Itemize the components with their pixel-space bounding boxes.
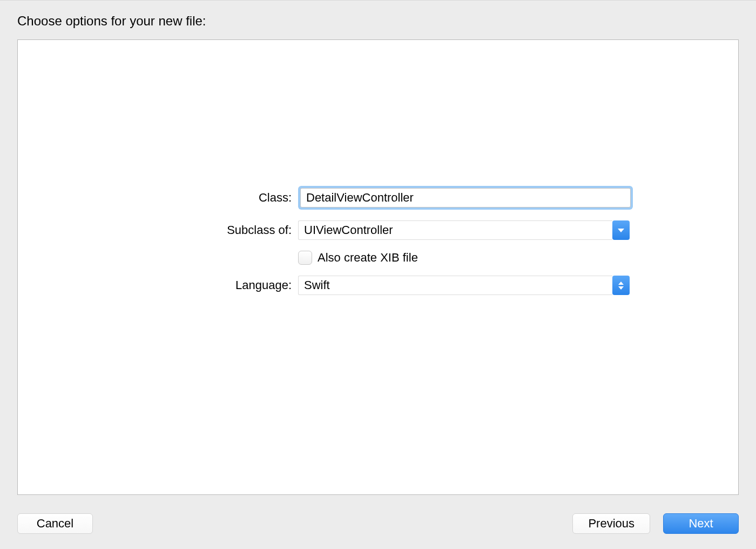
cancel-button[interactable]: Cancel bbox=[17, 513, 93, 534]
previous-button[interactable]: Previous bbox=[572, 513, 650, 534]
chevron-down-icon bbox=[618, 229, 624, 232]
class-input[interactable] bbox=[300, 188, 631, 207]
language-label: Language: bbox=[103, 278, 292, 292]
next-button[interactable]: Next bbox=[663, 513, 739, 534]
xib-row: Also create XIB file bbox=[298, 251, 653, 265]
dialog-title: Choose options for your new file: bbox=[17, 14, 739, 29]
subclass-input[interactable] bbox=[298, 220, 612, 240]
options-panel: Class: Subclass of: Also create XIB file bbox=[17, 39, 739, 495]
options-form: Class: Subclass of: Also create XIB file bbox=[103, 186, 653, 295]
class-input-focus-ring bbox=[298, 186, 633, 210]
xib-label: Also create XIB file bbox=[318, 251, 418, 265]
subclass-combobox bbox=[298, 220, 630, 240]
subclass-label: Subclass of: bbox=[103, 223, 292, 237]
chevron-down-icon bbox=[618, 286, 624, 290]
subclass-row: Subclass of: bbox=[103, 220, 653, 240]
class-label: Class: bbox=[103, 191, 292, 205]
dialog-footer: Cancel Previous Next bbox=[17, 513, 739, 534]
language-row: Language: Swift bbox=[103, 276, 653, 295]
subclass-dropdown-button[interactable] bbox=[612, 220, 630, 240]
class-row: Class: bbox=[103, 186, 653, 210]
xib-checkbox[interactable] bbox=[298, 251, 312, 265]
language-select[interactable]: Swift bbox=[298, 276, 630, 295]
footer-right-buttons: Previous Next bbox=[572, 513, 739, 534]
language-value: Swift bbox=[298, 276, 612, 295]
language-dropdown-button[interactable] bbox=[612, 276, 630, 295]
new-file-options-dialog: Choose options for your new file: Class:… bbox=[0, 0, 756, 549]
chevron-up-icon bbox=[618, 282, 624, 285]
